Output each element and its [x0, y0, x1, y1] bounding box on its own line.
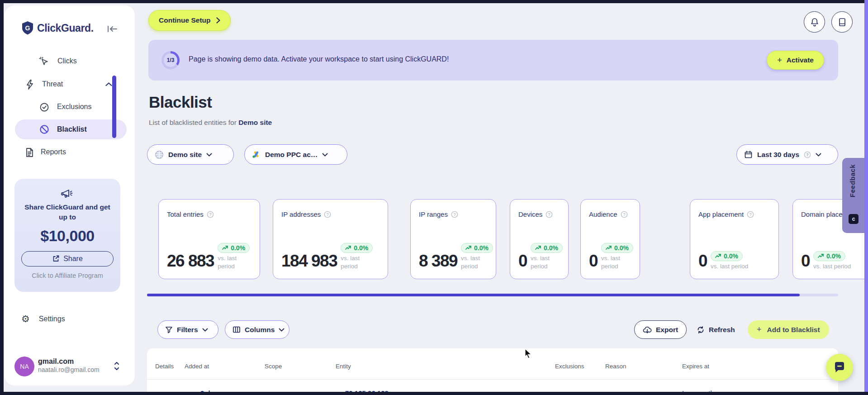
help-icon[interactable]: ? — [207, 211, 214, 218]
date-range-selector[interactable]: Last 30 days ? — [736, 144, 838, 165]
column-header-scope[interactable]: Scope — [265, 363, 282, 370]
add-to-blacklist-button[interactable]: + Add to Blacklist — [748, 320, 829, 339]
help-icon[interactable]: ? — [747, 211, 754, 218]
page-subtitle: List of blacklisted entities for Demo si… — [149, 119, 272, 127]
share-button[interactable]: Share — [21, 251, 114, 267]
card-label: App placement — [698, 210, 744, 218]
card-label: Devices — [518, 210, 542, 218]
activate-button[interactable]: + Activate — [767, 51, 824, 70]
help-icon[interactable]: ? — [545, 211, 553, 218]
sidebar-item-reports[interactable]: Reports — [41, 148, 66, 156]
gear-icon: ⚙ — [21, 314, 30, 324]
setup-progress-value: 1/3 — [164, 53, 177, 67]
docs-button[interactable] — [831, 11, 853, 33]
add-to-blacklist-label: Add to Blacklist — [767, 326, 820, 334]
delta-badge: 0.0% — [531, 243, 563, 253]
card-value: 0 — [801, 252, 810, 271]
sidebar-scrollbar-thumb[interactable] — [112, 76, 116, 138]
page-title: Blacklist — [149, 93, 212, 111]
sidebar-item-settings[interactable]: ⚙ Settings — [21, 314, 65, 324]
refresh-label: Refresh — [709, 326, 735, 334]
help-icon[interactable]: ? — [451, 211, 458, 218]
svg-text:?: ? — [623, 212, 625, 217]
card-value: 0 — [589, 252, 598, 271]
account-switcher[interactable]: NA gmail.com naatali.ro@gmail.com — [14, 357, 126, 380]
app-window: G ClickGuard. Clicks Threat Exclusions — [0, 0, 868, 395]
column-header-reason[interactable]: Reason — [605, 363, 626, 370]
svg-text:?: ? — [454, 212, 456, 217]
delta-badge: 0.0% — [711, 251, 743, 261]
banner-message: Page is showing demo data. Activate your… — [189, 55, 449, 63]
sidebar-item-exclusions[interactable]: Exclusions — [57, 103, 91, 111]
promo-amount: $10,000 — [14, 227, 120, 245]
sidebar-item-threat[interactable]: Threat — [42, 80, 63, 88]
column-header-added-at[interactable]: Added at — [185, 363, 209, 370]
megaphone-icon — [14, 188, 120, 200]
header-divider — [147, 379, 838, 380]
stat-card-ip-addresses: IP addresses? 184 983 0.0% vs. last peri… — [273, 199, 388, 279]
date-range-value: Last 30 days — [757, 151, 799, 159]
help-icon[interactable]: ? — [621, 211, 628, 218]
card-value: 184 983 — [281, 252, 337, 271]
column-header-entity[interactable]: Entity — [336, 363, 351, 370]
filters-button[interactable]: Filters — [157, 320, 218, 339]
columns-button[interactable]: Columns — [225, 320, 289, 339]
card-value: 26 883 — [167, 252, 214, 271]
card-note: vs. last period — [341, 254, 369, 271]
cards-scrollbar[interactable] — [147, 294, 838, 296]
plus-icon: + — [777, 56, 782, 65]
card-value: 8 389 — [419, 252, 457, 271]
chevron-down-icon — [202, 328, 208, 332]
site-selector[interactable]: Demo site — [147, 144, 234, 165]
cards-scrollbar-thumb[interactable] — [147, 294, 800, 296]
help-icon[interactable]: ? — [324, 211, 331, 218]
plus-icon: + — [757, 325, 762, 334]
continue-setup-button[interactable]: Continue Setup — [148, 10, 231, 31]
feedback-tab[interactable]: Feedback c — [842, 158, 865, 233]
delta-badge: 0.0% — [218, 243, 250, 253]
export-button[interactable]: Export — [634, 320, 687, 339]
column-header-details[interactable]: Details — [155, 363, 174, 370]
avatar: NA — [14, 357, 34, 376]
delta-badge: 0.0% — [341, 243, 373, 253]
sidebar-item-blacklist[interactable]: Blacklist — [15, 119, 127, 139]
sidebar: G ClickGuard. Clicks Threat Exclusions — [5, 5, 135, 385]
svg-text:?: ? — [548, 212, 550, 217]
ppc-account-selector[interactable]: Demo PPC ac… — [244, 144, 347, 165]
sidebar-item-clicks[interactable]: Clicks — [57, 57, 77, 65]
chevron-up-icon[interactable] — [105, 82, 112, 86]
setup-progress-ring: 1/3 — [161, 51, 180, 69]
card-value: 0 — [518, 252, 527, 271]
lightning-icon — [25, 79, 35, 90]
ppc-account-value: Demo PPC ac… — [265, 151, 318, 159]
chevron-down-icon — [322, 153, 328, 157]
affiliate-promo-card[interactable]: Share ClickGuard and get up to $10,000 S… — [14, 179, 120, 292]
chevron-right-icon — [216, 17, 220, 24]
subtitle-site-name: Demo site — [238, 119, 272, 126]
account-email: naatali.ro@gmail.com — [38, 366, 100, 373]
card-note: vs. last period — [601, 254, 629, 271]
card-note: vs. last period — [813, 262, 851, 271]
stat-card-app-placement: App placement? 0 0.0% vs. last period — [690, 199, 779, 279]
svg-text:G: G — [25, 24, 30, 32]
chat-widget-button[interactable] — [826, 354, 853, 381]
svg-text:?: ? — [806, 152, 808, 157]
stat-card-ip-ranges: IP ranges? 8 389 0.0% vs. last period — [410, 199, 496, 279]
brand-name: ClickGuard. — [37, 22, 94, 34]
account-name: gmail.com — [38, 357, 74, 366]
column-header-exclusions[interactable]: Exclusions — [555, 363, 584, 370]
refresh-button[interactable]: Refresh — [697, 320, 735, 339]
chevron-down-icon — [206, 153, 212, 157]
column-header-expires-at[interactable]: Expires at — [682, 363, 709, 370]
book-icon — [838, 17, 847, 27]
svg-text:?: ? — [209, 212, 212, 217]
activate-label: Activate — [787, 56, 814, 64]
delta-badge: 0.0% — [601, 243, 633, 253]
notifications-button[interactable] — [804, 11, 825, 33]
export-label: Export — [656, 326, 678, 334]
help-icon: ? — [804, 151, 811, 158]
card-label: Audience — [589, 210, 617, 218]
collapse-sidebar-icon[interactable] — [106, 24, 123, 35]
delta-badge: 0.0% — [813, 251, 845, 261]
page-scrollbar[interactable] — [864, 0, 868, 395]
